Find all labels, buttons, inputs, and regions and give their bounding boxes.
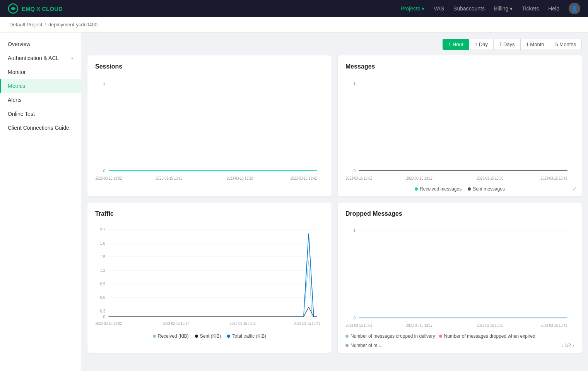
legend-total-traffic-kib: Total traffic (KiB) bbox=[227, 333, 266, 339]
dropped-messages-chart-title: Dropped Messages bbox=[345, 210, 574, 217]
traffic-chart-card: Traffic 2.1 1.8 bbox=[87, 203, 332, 353]
svg-text:2023-03-15 13:42: 2023-03-15 13:42 bbox=[291, 176, 317, 180]
nav-projects[interactable]: Projects ▾ bbox=[401, 5, 425, 12]
legend-sent-messages: Sent messages bbox=[468, 186, 505, 192]
svg-text:2023-03-15 13:30: 2023-03-15 13:30 bbox=[477, 176, 503, 180]
svg-text:2023-03-15 13:29: 2023-03-15 13:29 bbox=[226, 176, 253, 180]
nav-vas[interactable]: VAS bbox=[434, 5, 444, 12]
sessions-chart-title: Sessions bbox=[95, 63, 324, 70]
legend-received-messages: Received messages bbox=[415, 186, 462, 192]
sidebar-item-metrics[interactable]: Metrics bbox=[0, 79, 81, 93]
chevron-down-icon: ▾ bbox=[422, 5, 424, 12]
svg-text:2023-03-15 13:02: 2023-03-15 13:02 bbox=[95, 321, 122, 326]
sessions-chart-area: 1 0 2023-03-15 13:02 2023-03-15 13:16 20… bbox=[95, 75, 324, 183]
svg-text:2023-03-15 13:17: 2023-03-15 13:17 bbox=[406, 323, 432, 328]
svg-text:2023-03-15 13:02: 2023-03-15 13:02 bbox=[346, 323, 372, 328]
traffic-chart-area: 2.1 1.8 1.5 1.2 0.9 0.6 0.3 0 bbox=[95, 222, 324, 330]
traffic-chart-title: Traffic bbox=[95, 210, 324, 217]
messages-chart-svg: 1 0 2023-03-15 13:02 2023-03-15 13:17 20… bbox=[345, 75, 574, 183]
sidebar-item-alerts[interactable]: Alerts bbox=[0, 93, 81, 107]
messages-chart-title: Messages bbox=[345, 63, 574, 70]
legend-dot-total-kib bbox=[227, 335, 230, 338]
logo-icon bbox=[8, 3, 19, 14]
legend-pagination: ‹ 1/2 › bbox=[561, 343, 574, 348]
sidebar-item-monitor[interactable]: Monitor bbox=[0, 65, 81, 79]
chart-grid: Sessions 1 0 2023-03-15 13:02 2023-03-15 bbox=[87, 55, 582, 353]
breadcrumb-deployment[interactable]: deployment-ycdc0400 bbox=[48, 22, 97, 27]
svg-text:1: 1 bbox=[354, 228, 356, 233]
traffic-chart-svg: 2.1 1.8 1.5 1.2 0.9 0.6 0.3 0 bbox=[95, 222, 324, 330]
svg-text:1.5: 1.5 bbox=[100, 254, 106, 259]
main-content: 1 Hour 1 Day 7 Days 1 Month 6 Months Ses… bbox=[81, 33, 588, 371]
svg-text:1.8: 1.8 bbox=[100, 241, 106, 246]
legend-dot-received bbox=[415, 187, 418, 191]
svg-text:2023-03-15 13:17: 2023-03-15 13:17 bbox=[162, 321, 189, 326]
svg-text:2023-03-15 13:02: 2023-03-15 13:02 bbox=[96, 176, 122, 180]
messages-legend: Received messages Sent messages bbox=[345, 186, 574, 192]
svg-text:2023-03-15 13:43: 2023-03-15 13:43 bbox=[541, 323, 567, 328]
top-nav: EMQ X CLOUD Projects ▾ VAS Subaccounts B… bbox=[0, 0, 588, 17]
legend-dropped-delivery: Number of messages dropped in delivery bbox=[345, 333, 435, 339]
messages-chart-area: 1 0 2023-03-15 13:02 2023-03-15 13:17 20… bbox=[345, 75, 574, 183]
legend-sent-kib: Sent (KiB) bbox=[195, 333, 221, 339]
expand-icon[interactable]: ⤢ bbox=[573, 186, 577, 192]
nav-tickets[interactable]: Tickets bbox=[522, 5, 539, 12]
dropped-messages-legend-row: Number of messages dropped in delivery N… bbox=[345, 333, 574, 348]
next-page-icon[interactable]: › bbox=[573, 343, 574, 348]
dropped-messages-chart-card: Dropped Messages 1 0 2023-03-15 13:02 20… bbox=[338, 203, 582, 353]
prev-page-icon[interactable]: ‹ bbox=[561, 343, 563, 348]
svg-text:1: 1 bbox=[103, 81, 105, 86]
svg-text:0.6: 0.6 bbox=[100, 295, 106, 300]
svg-text:1.2: 1.2 bbox=[100, 268, 106, 273]
dropped-messages-chart-area: 1 0 2023-03-15 13:02 2023-03-15 13:17 20… bbox=[345, 222, 574, 330]
traffic-legend: Received (KiB) Sent (KiB) Total traffic … bbox=[95, 333, 324, 339]
sidebar-item-auth-acl[interactable]: Authentication & ACL ▾ bbox=[0, 51, 81, 65]
logo: EMQ X CLOUD bbox=[8, 3, 63, 14]
sessions-chart-card: Sessions 1 0 2023-03-15 13:02 2023-03-15 bbox=[87, 55, 332, 196]
svg-text:0: 0 bbox=[354, 168, 356, 173]
legend-dot-sent-kib bbox=[195, 335, 198, 338]
nav-billing[interactable]: Billing ▾ bbox=[494, 5, 513, 12]
legend-dot-dropped-other bbox=[345, 344, 349, 347]
time-btn-7days[interactable]: 7 Days bbox=[494, 39, 520, 50]
dropped-messages-chart-svg: 1 0 2023-03-15 13:02 2023-03-15 13:17 20… bbox=[345, 222, 574, 330]
user-avatar[interactable]: 👤 bbox=[569, 3, 580, 14]
time-range-bar: 1 Hour 1 Day 7 Days 1 Month 6 Months bbox=[87, 39, 582, 50]
svg-text:2023-03-15 13:17: 2023-03-15 13:17 bbox=[406, 176, 432, 180]
nav-help[interactable]: Help bbox=[548, 5, 559, 12]
time-btn-6months[interactable]: 6 Months bbox=[550, 39, 582, 50]
svg-text:2023-03-15 13:02: 2023-03-15 13:02 bbox=[346, 176, 372, 180]
breadcrumb: Default Project / deployment-ycdc0400 bbox=[0, 17, 588, 33]
svg-text:0: 0 bbox=[354, 315, 356, 320]
svg-text:0.9: 0.9 bbox=[100, 282, 106, 286]
legend-received-kib: Received (KiB) bbox=[153, 333, 189, 339]
svg-text:2023-03-15 13:30: 2023-03-15 13:30 bbox=[230, 321, 256, 326]
sidebar: Overview Authentication & ACL ▾ Monitor … bbox=[0, 33, 81, 371]
svg-text:2.1: 2.1 bbox=[100, 227, 106, 232]
svg-text:2023-03-15 13:16: 2023-03-15 13:16 bbox=[156, 176, 182, 180]
breadcrumb-project[interactable]: Default Project bbox=[9, 22, 42, 27]
legend-dropped-expired: Number of messages dropped when expired bbox=[439, 333, 535, 339]
legend-dot-dropped-delivery bbox=[345, 335, 349, 338]
svg-text:2023-03-15 13:43: 2023-03-15 13:43 bbox=[294, 321, 320, 326]
svg-text:2023-03-15 13:30: 2023-03-15 13:30 bbox=[477, 323, 503, 328]
sidebar-item-overview[interactable]: Overview bbox=[0, 37, 81, 51]
sidebar-item-connections-guide[interactable]: Client Connections Guide bbox=[0, 121, 81, 135]
legend-dot-dropped-expired bbox=[439, 335, 442, 338]
breadcrumb-sep: / bbox=[44, 22, 46, 27]
legend-dropped-other: Number of m... bbox=[345, 343, 381, 348]
chevron-down-icon-billing: ▾ bbox=[510, 5, 513, 12]
chevron-right-icon: ▾ bbox=[71, 56, 73, 60]
svg-text:2023-03-15 13:43: 2023-03-15 13:43 bbox=[541, 176, 567, 180]
sidebar-item-online-test[interactable]: Online Test bbox=[0, 107, 81, 121]
legend-dot-sent bbox=[468, 187, 471, 191]
svg-text:0.3: 0.3 bbox=[100, 309, 106, 313]
time-btn-1day[interactable]: 1 Day bbox=[469, 39, 494, 50]
svg-text:1: 1 bbox=[354, 81, 356, 86]
topnav-right: Projects ▾ VAS Subaccounts Billing ▾ Tic… bbox=[401, 3, 581, 14]
nav-subaccounts[interactable]: Subaccounts bbox=[453, 5, 485, 12]
time-btn-1month[interactable]: 1 Month bbox=[521, 39, 550, 50]
legend-dot-received-kib bbox=[153, 335, 156, 338]
svg-text:0: 0 bbox=[103, 168, 105, 173]
time-btn-1hour[interactable]: 1 Hour bbox=[443, 39, 469, 50]
